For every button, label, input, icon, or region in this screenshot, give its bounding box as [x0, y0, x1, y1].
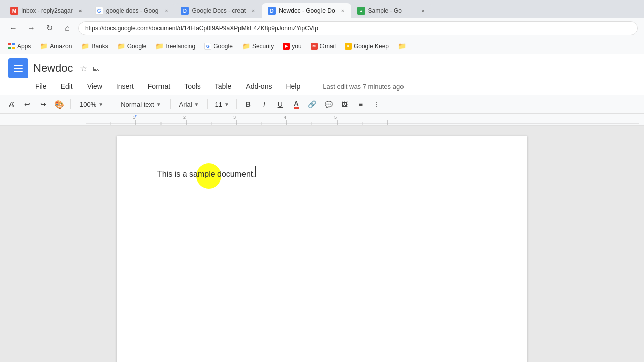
- folder-button[interactable]: 🗂: [92, 64, 100, 73]
- zoom-arrow: ▼: [98, 102, 103, 107]
- doc-title: Newdoc: [33, 62, 73, 75]
- tab-sample[interactable]: ▲ Sample - Go ×: [351, 3, 432, 18]
- menu-tools[interactable]: Tools: [182, 81, 203, 92]
- bookmark-apps[interactable]: Apps: [4, 42, 35, 51]
- bookmark-gmail-label: Gmail: [320, 43, 336, 50]
- doc-area[interactable]: This is a sample document.: [0, 126, 644, 362]
- align-button[interactable]: ≡: [354, 97, 368, 111]
- bookmark-youtube-label: you: [292, 43, 301, 50]
- sample-favicon: ▲: [357, 7, 365, 15]
- image-button[interactable]: 🖼: [338, 97, 352, 111]
- youtube-icon: ▶: [283, 43, 290, 50]
- browser-frame: M Inbox - reply2sagar × G google docs - …: [0, 0, 644, 362]
- comment-button[interactable]: 💬: [321, 97, 336, 111]
- doc-content[interactable]: This is a sample document.: [157, 166, 487, 179]
- star-button[interactable]: ☆: [80, 64, 87, 73]
- tab-docs-create[interactable]: D Google Docs - creat ×: [175, 3, 262, 18]
- svg-text:1: 1: [133, 115, 135, 120]
- font-size-dropdown[interactable]: 11 ▼: [212, 100, 232, 109]
- ruler: 1 2 3 4 5: [0, 114, 644, 126]
- bookmark-google-label: Google: [213, 43, 233, 50]
- toolbar: 🖨 ↩ ↪ 🎨 100% ▼ Normal text ▼ Arial ▼ 11: [0, 95, 644, 114]
- docs-create-favicon: D: [181, 7, 189, 15]
- text-style-dropdown[interactable]: Normal text ▼: [116, 99, 166, 110]
- menu-file[interactable]: File: [33, 81, 49, 92]
- folder-icon-google: 📁: [117, 42, 125, 50]
- font-value: Arial: [179, 101, 192, 108]
- print-button[interactable]: 🖨: [4, 97, 18, 111]
- bookmark-freelancing[interactable]: 📁 freelancing: [151, 41, 199, 51]
- text-cursor: [255, 166, 256, 177]
- underline-button[interactable]: U: [273, 97, 287, 111]
- bookmark-google-folder[interactable]: 📁 Google: [113, 41, 151, 51]
- menu-view[interactable]: View: [85, 81, 104, 92]
- text-color-button[interactable]: A: [289, 97, 303, 111]
- text-style-value: Normal text: [121, 101, 154, 108]
- menu-insert[interactable]: Insert: [114, 81, 136, 92]
- bookmark-youtube[interactable]: ▶ you: [279, 42, 305, 51]
- address-bar: ← → ↻ ⌂ https://docs.google.com/document…: [0, 18, 644, 38]
- bookmark-google[interactable]: G Google: [200, 42, 237, 51]
- tab-google-search[interactable]: G google docs - Goog ×: [89, 3, 175, 18]
- toolbar-separator-2: [112, 99, 112, 109]
- redo-button[interactable]: ↪: [36, 97, 50, 111]
- tab-gmail-close[interactable]: ×: [76, 6, 85, 15]
- bold-button[interactable]: B: [241, 97, 255, 111]
- tab-docs-create-close[interactable]: ×: [249, 6, 258, 15]
- menu-edit[interactable]: Edit: [59, 81, 75, 92]
- italic-button[interactable]: I: [257, 97, 271, 111]
- tab-docs-create-title: Google Docs - creat: [192, 7, 246, 14]
- menu-table[interactable]: Table: [213, 81, 233, 92]
- tab-gmail[interactable]: M Inbox - reply2sagar ×: [4, 3, 89, 18]
- tab-bar: M Inbox - reply2sagar × G google docs - …: [0, 0, 644, 18]
- text-style-arrow: ▼: [156, 102, 162, 107]
- bookmark-gmail[interactable]: M Gmail: [307, 42, 340, 51]
- bold-icon: B: [246, 100, 251, 108]
- bookmark-security[interactable]: 📁 Security: [238, 41, 278, 51]
- more-button[interactable]: ⋮: [370, 97, 384, 111]
- tab-newdoc-close[interactable]: ×: [338, 6, 347, 15]
- menu-help[interactable]: Help: [284, 81, 302, 92]
- font-size-value: 11: [215, 101, 222, 108]
- home-button[interactable]: ⌂: [60, 21, 74, 35]
- paint-format-button[interactable]: 🎨: [52, 97, 66, 111]
- undo-button[interactable]: ↩: [20, 97, 34, 111]
- tab-google-search-close[interactable]: ×: [162, 6, 171, 15]
- keep-icon: K: [345, 43, 352, 50]
- docs-menu-button[interactable]: [8, 58, 28, 78]
- tab-sample-title: Sample - Go: [368, 7, 416, 14]
- folder-icon-banks: 📁: [81, 42, 89, 50]
- docs-header: Newdoc ☆ 🗂 File Edit View Insert Format …: [0, 54, 644, 95]
- bookmark-banks[interactable]: 📁 Banks: [77, 41, 112, 51]
- docs-app: Newdoc ☆ 🗂 File Edit View Insert Format …: [0, 54, 644, 362]
- tab-sample-close[interactable]: ×: [419, 6, 428, 15]
- doc-text[interactable]: This is a sample document.: [157, 170, 255, 178]
- font-size-arrow: ▼: [224, 102, 229, 107]
- forward-button[interactable]: →: [24, 21, 38, 35]
- hamburger-icon: [14, 65, 23, 72]
- svg-text:3: 3: [233, 115, 236, 120]
- ruler-svg: 1 2 3 4 5: [86, 114, 644, 126]
- back-button[interactable]: ←: [6, 21, 20, 35]
- url-text: https://docs.google.com/document/d/14Ffa…: [85, 25, 631, 32]
- tab-newdoc-title: Newdoc - Google Do: [279, 7, 335, 14]
- toolbar-separator-3: [170, 99, 171, 109]
- menu-addons[interactable]: Add-ons: [244, 81, 274, 92]
- bookmark-keep[interactable]: K Google Keep: [341, 42, 393, 51]
- font-dropdown[interactable]: Arial ▼: [175, 99, 204, 110]
- bookmark-amazon[interactable]: 📁 Amazon: [36, 41, 76, 51]
- url-bar[interactable]: https://docs.google.com/document/d/14Ffa…: [78, 21, 638, 35]
- reload-button[interactable]: ↻: [42, 21, 56, 35]
- tab-newdoc[interactable]: D Newdoc - Google Do ×: [262, 3, 351, 18]
- tab-google-search-title: google docs - Goog: [106, 7, 159, 14]
- zoom-dropdown[interactable]: 100% ▼: [75, 99, 108, 110]
- italic-icon: I: [263, 100, 265, 108]
- bookmark-more[interactable]: 📁: [394, 41, 410, 51]
- doc-page: This is a sample document.: [117, 136, 527, 362]
- last-edit-text: Last edit was 7 minutes ago: [323, 83, 404, 90]
- link-button[interactable]: 🔗: [305, 97, 319, 111]
- menu-format[interactable]: Format: [146, 81, 172, 92]
- gmail-favicon: M: [10, 7, 18, 15]
- toolbar-separator-1: [70, 99, 71, 109]
- google-favicon: G: [95, 7, 103, 15]
